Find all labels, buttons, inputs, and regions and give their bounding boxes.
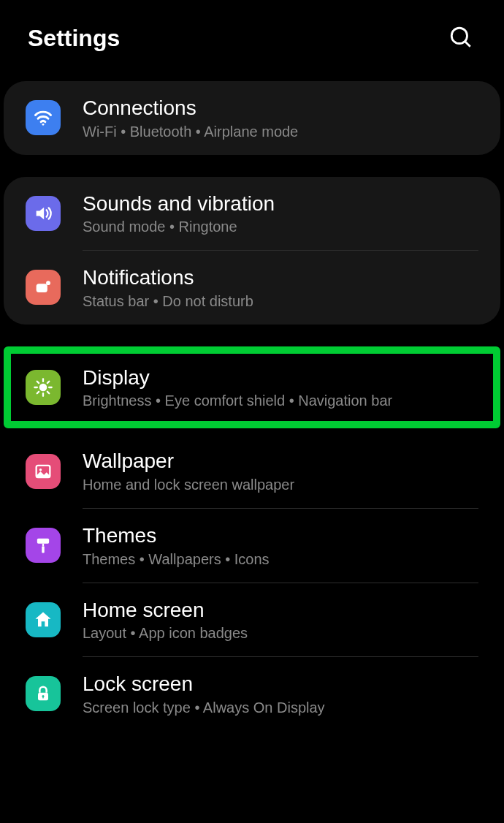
svg-line-11	[47, 392, 49, 393]
item-content: Connections Wi-Fi • Bluetooth • Airplane…	[83, 96, 486, 140]
settings-item-display[interactable]: Display Brightness • Eye comfort shield …	[11, 354, 493, 422]
svg-point-0	[451, 28, 467, 43]
paint-roller-icon	[26, 528, 61, 563]
item-subtitle: Wi-Fi • Bluetooth • Airplane mode	[83, 124, 486, 140]
settings-item-notifications[interactable]: Notifications Status bar • Do not distur…	[4, 251, 500, 325]
item-subtitle: Status bar • Do not disturb	[83, 293, 486, 310]
settings-group-personalization: Wallpaper Home and lock screen wallpaper…	[4, 434, 500, 730]
page-title: Settings	[28, 25, 120, 52]
home-icon	[26, 602, 61, 637]
settings-item-lockscreen[interactable]: Lock screen Screen lock type • Always On…	[4, 657, 500, 731]
settings-item-themes[interactable]: Themes Themes • Wallpapers • Icons	[4, 509, 500, 583]
item-content: Home screen Layout • App icon badges	[83, 598, 486, 642]
svg-rect-17	[42, 546, 45, 553]
svg-point-4	[46, 281, 50, 286]
item-content: Wallpaper Home and lock screen wallpaper	[83, 449, 486, 493]
item-title: Notifications	[83, 265, 486, 290]
notification-icon	[26, 270, 61, 305]
item-content: Sounds and vibration Sound mode • Ringto…	[83, 191, 486, 236]
svg-line-13	[47, 382, 49, 383]
item-title: Lock screen	[83, 672, 486, 697]
item-subtitle: Brightness • Eye comfort shield • Naviga…	[83, 392, 478, 409]
item-title: Connections	[83, 96, 486, 121]
svg-rect-20	[42, 697, 43, 699]
wifi-icon	[26, 100, 61, 135]
settings-group-sound-notif: Sounds and vibration Sound mode • Ringto…	[4, 177, 500, 325]
brightness-icon	[26, 370, 61, 405]
svg-point-15	[39, 469, 42, 471]
item-subtitle: Themes • Wallpapers • Icons	[83, 551, 486, 568]
image-icon	[26, 454, 61, 489]
settings-item-connections[interactable]: Connections Wi-Fi • Bluetooth • Airplane…	[4, 81, 500, 155]
svg-line-1	[465, 42, 470, 47]
item-title: Home screen	[83, 598, 486, 623]
settings-item-sounds[interactable]: Sounds and vibration Sound mode • Ringto…	[4, 177, 500, 251]
settings-group-connections: Connections Wi-Fi • Bluetooth • Airplane…	[4, 81, 500, 155]
svg-point-2	[42, 124, 45, 126]
lock-icon	[26, 676, 61, 711]
item-title: Sounds and vibration	[83, 191, 486, 216]
item-title: Display	[83, 365, 478, 390]
svg-rect-16	[37, 539, 49, 544]
svg-line-10	[37, 382, 39, 383]
item-subtitle: Screen lock type • Always On Display	[83, 699, 486, 716]
item-content: Lock screen Screen lock type • Always On…	[83, 672, 486, 716]
item-content: Display Brightness • Eye comfort shield …	[83, 365, 478, 410]
item-content: Notifications Status bar • Do not distur…	[83, 265, 486, 310]
search-icon	[448, 25, 473, 50]
settings-group-display-highlighted: Display Brightness • Eye comfort shield …	[4, 346, 500, 429]
settings-item-wallpaper[interactable]: Wallpaper Home and lock screen wallpaper	[4, 434, 500, 508]
item-title: Themes	[83, 523, 486, 548]
svg-point-5	[39, 384, 47, 392]
speaker-icon	[26, 196, 61, 231]
settings-item-homescreen[interactable]: Home screen Layout • App icon badges	[4, 583, 500, 657]
search-button[interactable]	[446, 22, 476, 55]
item-subtitle: Layout • App icon badges	[83, 625, 486, 642]
item-content: Themes Themes • Wallpapers • Icons	[83, 523, 486, 568]
svg-rect-3	[37, 284, 47, 293]
header: Settings	[0, 0, 504, 81]
item-subtitle: Sound mode • Ringtone	[83, 219, 486, 235]
item-subtitle: Home and lock screen wallpaper	[83, 477, 486, 493]
item-title: Wallpaper	[83, 449, 486, 474]
svg-line-12	[37, 392, 39, 393]
